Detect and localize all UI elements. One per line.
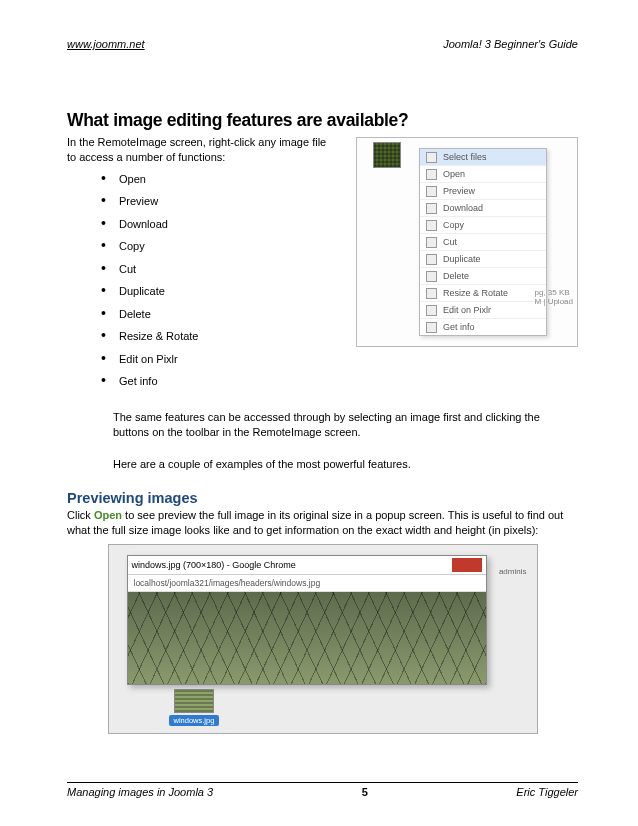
context-menu-item[interactable]: Copy: [420, 217, 546, 234]
duplicate-icon: [426, 254, 437, 265]
list-item: Delete: [101, 308, 198, 320]
preview-image: [128, 592, 486, 684]
footer-author: Eric Tiggeler: [516, 786, 578, 798]
open-label: Open: [94, 509, 122, 521]
context-menu-item[interactable]: Open: [420, 166, 546, 183]
section-heading-features: What image editing features are availabl…: [67, 110, 578, 131]
side-label: adminis: [499, 567, 527, 576]
list-item: Open: [101, 173, 198, 185]
list-item: Preview: [101, 195, 198, 207]
list-item: Edit on Pixlr: [101, 353, 198, 365]
address-bar[interactable]: localhost/joomla321/images/headers/windo…: [128, 575, 486, 592]
page-header: www.joomm.net Joomla! 3 Beginner's Guide: [67, 38, 578, 50]
context-menu-item[interactable]: Delete: [420, 268, 546, 285]
context-menu-figure: Select files Open Preview Download Copy …: [356, 137, 578, 347]
list-item: Copy: [101, 240, 198, 252]
context-menu-item[interactable]: Get info: [420, 319, 546, 335]
context-menu-item[interactable]: Resize & Rotate: [420, 285, 546, 302]
intro-paragraph: In the RemoteImage screen, right-click a…: [67, 135, 327, 165]
pixlr-icon: [426, 305, 437, 316]
note-paragraph-1: The same features can be accessed throug…: [113, 410, 578, 440]
context-menu-item[interactable]: Duplicate: [420, 251, 546, 268]
select-files-icon: [426, 152, 437, 163]
site-link[interactable]: www.joomm.net: [67, 38, 145, 50]
info-icon: [426, 322, 437, 333]
open-icon: [426, 169, 437, 180]
thumbnail-icon: [373, 142, 401, 168]
context-menu: Select files Open Preview Download Copy …: [419, 148, 547, 336]
resize-rotate-icon: [426, 288, 437, 299]
context-menu-item[interactable]: Cut: [420, 234, 546, 251]
preview-icon: [426, 186, 437, 197]
note-paragraph-2: Here are a couple of examples of the mos…: [113, 457, 578, 472]
page-footer: Managing images in Joomla 3 5 Eric Tigge…: [67, 782, 578, 798]
context-menu-item[interactable]: Preview: [420, 183, 546, 200]
popup-preview-figure: windows.jpg (700×180) - Google Chrome lo…: [108, 544, 538, 734]
section-heading-preview: Previewing images: [67, 490, 578, 506]
list-item: Get info: [101, 375, 198, 387]
window-title: windows.jpg (700×180) - Google Chrome: [132, 560, 296, 570]
context-menu-item[interactable]: Edit on Pixlr: [420, 302, 546, 319]
thumbnail-icon: [174, 689, 214, 713]
cut-icon: [426, 237, 437, 248]
page-number: 5: [362, 786, 368, 798]
copy-icon: [426, 220, 437, 231]
preview-paragraph: Click Open to see preview the full image…: [67, 508, 578, 538]
delete-icon: [426, 271, 437, 282]
figure-side-text: pg, 35 KB M | Upload: [534, 288, 573, 306]
background-thumbnail: windows.jpg: [169, 689, 220, 726]
list-item: Download: [101, 218, 198, 230]
feature-list: Open Preview Download Copy Cut Duplicate…: [101, 171, 198, 398]
context-menu-item[interactable]: Download: [420, 200, 546, 217]
download-icon: [426, 203, 437, 214]
thumbnail-label: windows.jpg: [169, 715, 220, 726]
context-menu-item[interactable]: Select files: [420, 149, 546, 166]
close-icon[interactable]: [452, 558, 482, 572]
list-item: Duplicate: [101, 285, 198, 297]
list-item: Resize & Rotate: [101, 330, 198, 342]
list-item: Cut: [101, 263, 198, 275]
footer-left: Managing images in Joomla 3: [67, 786, 213, 798]
doc-title: Joomla! 3 Beginner's Guide: [443, 38, 578, 50]
chrome-window: windows.jpg (700×180) - Google Chrome lo…: [127, 555, 487, 685]
